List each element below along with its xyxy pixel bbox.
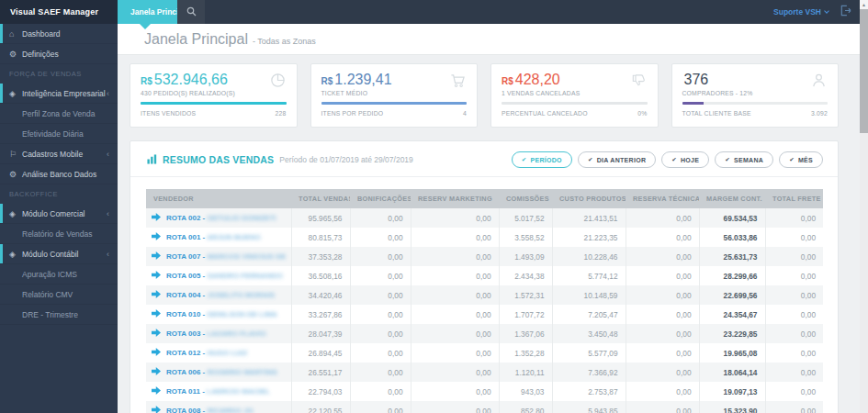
value-cell: 0,00 (411, 285, 499, 305)
chevron-left-icon: ‹ (107, 250, 109, 259)
column-header-vendedor[interactable]: VENDEDOR (146, 189, 291, 208)
table-row: ROTA 011 - LAERCIO MACIEL 22.794,030,000… (146, 382, 823, 401)
vendor-name-redacted: LAERCIO MACIEL (207, 387, 270, 396)
vendor-link[interactable]: ROTA 002 - (166, 214, 207, 222)
sidebar-section-backoffice: BACKOFFICE (0, 184, 118, 204)
value-cell: 25.631,73 (699, 247, 765, 266)
kpi-card-ticket-medio: R$1.239,41 TICKET MÉDIO ITENS POR PEDIDO… (310, 63, 479, 128)
filter-semana[interactable]: ✔SEMANA (715, 151, 773, 168)
currency-label: R$ (502, 76, 513, 86)
main-content: Janela Principal - Todas as Zonas R$532.… (118, 24, 868, 413)
sidebar-item-definicoes[interactable]: ⚙Definições (0, 44, 118, 64)
kpi-subtitle: COMPRADORES - 12% (682, 90, 753, 96)
value-cell: 37.353,28 (291, 247, 350, 266)
sidebar-item-dre-trimestre[interactable]: DRE - Trimestre (0, 305, 118, 325)
vendor-cell: ROTA 005 - SANDRO FERNANDO (146, 266, 291, 285)
thumbs-down-icon (630, 72, 648, 89)
sidebar-item-modulo-comercial[interactable]: ◈Módulo Comercial‹ (0, 204, 118, 224)
gear-icon: ⚙ (9, 50, 22, 59)
search-tab[interactable] (177, 0, 205, 24)
value-cell: 0,00 (765, 285, 823, 305)
sidebar-item-cadastros-mobile[interactable]: ⚐Cadastros Mobile‹ (0, 144, 118, 164)
column-header-reserva-tecnica[interactable]: RESERVA TÉCNICA (626, 189, 699, 208)
page-title: Janela Principal (144, 31, 248, 48)
value-cell: 0,00 (626, 285, 699, 305)
vendor-link[interactable]: ROTA 003 - (166, 329, 207, 338)
sidebar-item-apuracao-icms[interactable]: Apuração ICMS (0, 264, 118, 285)
value-cell: 0,00 (350, 401, 411, 413)
vendor-link[interactable]: ROTA 004 - (166, 291, 207, 299)
kpi-progress-fill (141, 102, 287, 105)
arrow-right-icon (152, 368, 161, 377)
vertical-scrollbar[interactable]: ▲ (860, 0, 868, 413)
vendor-link[interactable]: ROTA 001 - (166, 233, 207, 241)
arrow-right-icon (152, 252, 161, 262)
sidebar-item-analise-banco-dados[interactable]: ⚙Análise Banco Dados (0, 164, 118, 184)
sidebar-item-perfil-zona-de-venda[interactable]: Perfil Zona de Venda (0, 104, 118, 124)
value-cell: 0,00 (765, 324, 823, 343)
value-cell: 1.367,06 (499, 324, 552, 343)
value-cell: 0,00 (626, 382, 699, 401)
vendor-link[interactable]: ROTA 005 - (166, 272, 207, 280)
kpi-progress-fill (321, 102, 468, 105)
arrow-right-icon (152, 291, 161, 300)
sales-summary-panel: RESUMO DAS VENDAS Período de 01/07/2019 … (130, 140, 839, 413)
vendor-name-redacted: GETULIO DONIZETI (207, 214, 276, 222)
vendor-name-redacted: LAZARO FLAVIO (207, 329, 265, 338)
table-row: ROTA 003 - LAZARO FLAVIO 28.047,390,000,… (146, 324, 823, 343)
value-cell: 0,00 (626, 401, 699, 413)
column-header-bonificacoes[interactable]: BONIFICAÇÕES (350, 189, 411, 208)
currency-label: R$ (141, 76, 152, 86)
scroll-up-button[interactable]: ▲ (860, 0, 868, 9)
vendor-link[interactable]: ROTA 008 - (166, 407, 207, 413)
value-cell: 69.534,53 (699, 208, 765, 228)
column-header-comissoes[interactable]: COMISSÕES (499, 189, 552, 208)
user-icon (810, 72, 828, 89)
scrollbar-thumb[interactable] (860, 9, 868, 133)
pie-chart-icon (269, 72, 287, 89)
vendor-link[interactable]: ROTA 007 - (166, 252, 207, 261)
vendor-link[interactable]: ROTA 006 - (166, 368, 207, 376)
cart-icon (449, 72, 467, 89)
currency-label: R$ (321, 76, 333, 86)
vendor-cell: ROTA 007 - MARCOS VINICIUS DE (146, 247, 291, 266)
column-header-margem-cont[interactable]: MARGEM CONT. (699, 189, 765, 208)
column-header-reserv-marketing[interactable]: RESERV MARKETING (411, 189, 499, 208)
logout-icon[interactable] (840, 4, 851, 20)
filter-dia-anterior[interactable]: ✔DIA ANTERIOR (578, 151, 656, 168)
filter-hoje[interactable]: ✔HOJE (661, 151, 709, 168)
kpi-progress-track (321, 102, 468, 105)
sidebar-item-modulo-contabil[interactable]: ◈Módulo Contábil‹ (0, 244, 118, 264)
value-cell: 0,00 (411, 208, 499, 228)
sidebar-item-dashboard[interactable]: ⌂Dashboard (0, 24, 118, 44)
value-cell: 80.815,73 (291, 228, 350, 247)
sidebar-item-relatorio-cmv[interactable]: Relatório CMV (0, 285, 118, 305)
page-subtitle: - Todas as Zonas (253, 37, 316, 46)
value-cell: 0,00 (765, 208, 823, 228)
value-cell: 22.794,03 (291, 382, 350, 401)
vendor-cell: ROTA 012 - HUGO LUIZ (146, 343, 291, 363)
support-menu[interactable]: Suporte VSH (773, 7, 829, 17)
kpi-value: R$1.239,41 (321, 72, 392, 88)
topbar: Janela Principal Suporte VSH (118, 0, 868, 24)
value-cell: 852,80 (499, 401, 552, 413)
filter-periodo[interactable]: ✔PERÍODO (512, 151, 572, 168)
check-icon: ✔ (789, 156, 795, 163)
column-header-custo-produtos[interactable]: CUSTO PRODUTOS (552, 189, 626, 208)
column-header-total-frete[interactable]: TOTAL FRETE (765, 189, 823, 208)
sidebar-item-efetividade-diaria[interactable]: Efetividade Diária (0, 124, 118, 144)
vendor-link[interactable]: ROTA 010 - (166, 310, 207, 318)
column-header-total-vendas[interactable]: TOTAL VENDAS (291, 189, 350, 208)
sidebar-item-relatorio-de-vendas[interactable]: Relatório de Vendas (0, 224, 118, 244)
sidebar-item-inteligencia-empresarial[interactable]: ◈Inteligência Empresarial‹ (0, 84, 118, 104)
vendor-name-redacted: ARJUN BUENO (207, 233, 261, 241)
table-row: ROTA 006 - ROGERIO MARTINS 26.551,170,00… (146, 363, 823, 382)
vendor-link[interactable]: ROTA 011 - (166, 387, 207, 396)
value-cell: 21.223,35 (552, 228, 626, 247)
vendor-link[interactable]: ROTA 012 - (166, 349, 207, 357)
value-cell: 0,00 (765, 266, 823, 285)
kpi-footer-value: 3.092 (811, 110, 828, 117)
table-row: ROTA 012 - HUGO LUIZ 26.894,450,000,001.… (146, 343, 823, 363)
filter-mes[interactable]: ✔MÊS (779, 151, 823, 168)
kpi-card-compradores: 376 COMPRADORES - 12% TOTAL CLIENTE BASE… (671, 63, 840, 128)
